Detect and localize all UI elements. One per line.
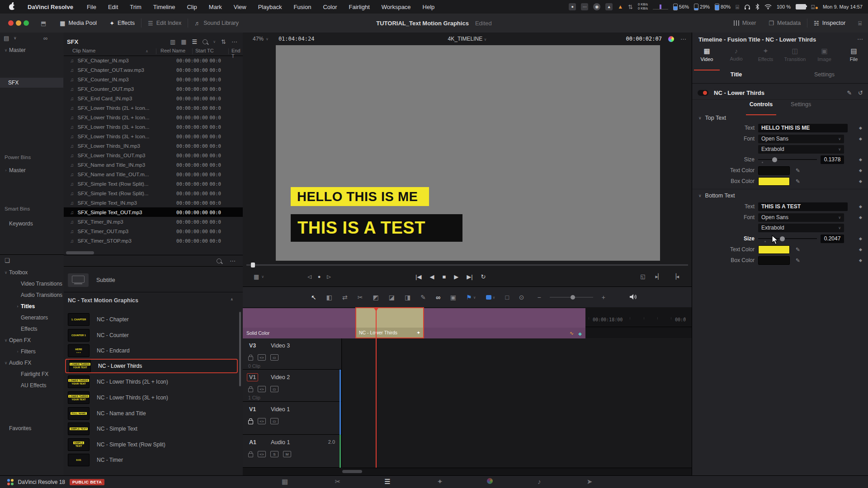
- inspector-more-icon[interactable]: ⋯: [857, 36, 863, 42]
- viewer-scrub-handle[interactable]: [251, 263, 255, 267]
- vlc-cone-icon[interactable]: ▲: [618, 4, 623, 10]
- next-marker-icon[interactable]: ▷: [327, 274, 330, 280]
- inspector-tab-image[interactable]: ▣Image: [810, 47, 839, 68]
- auto-select-icon[interactable]: <>: [258, 418, 266, 424]
- media-row[interactable]: ♫SFX_Name and Title_OUT.m...00:00:00:000…: [64, 169, 243, 179]
- timeline-audio-icon[interactable]: [629, 294, 637, 301]
- media-row[interactable]: ♫SFX_Chapter_IN.mp300:00:00:0000:0: [64, 56, 243, 65]
- top-font-select[interactable]: Open Sans∨: [758, 135, 844, 143]
- inspector-tab-transition[interactable]: ◫Transition: [780, 47, 810, 68]
- bin-item-keywords[interactable]: Keywords: [0, 219, 64, 229]
- pen-icon[interactable]: ✎: [420, 294, 426, 301]
- selection-tool-icon[interactable]: ↖: [311, 294, 316, 301]
- sort-icon[interactable]: ⇅: [221, 39, 226, 45]
- title-item-nc-simple-text[interactable]: SIMPLE TEXTNC - Simple Text: [65, 421, 241, 436]
- media-row[interactable]: ♫SFX_Lower Thirds_OUT.mp300:00:00:0000:0: [64, 150, 243, 160]
- snap-icon[interactable]: ⊙: [519, 294, 524, 301]
- battery-icon[interactable]: [796, 4, 806, 9]
- title-item-nc-lower-thirds[interactable]: LOWER THIRDSYOUR TEXTNC - Lower Thirds: [65, 359, 238, 373]
- titles-scrollbar[interactable]: [239, 312, 241, 386]
- bottom-text-section[interactable]: ∨ Bottom Text: [698, 192, 735, 199]
- reset-icon[interactable]: ↺: [858, 89, 863, 96]
- cpu-meter[interactable]: 29%: [694, 4, 710, 10]
- track-lane-audio-1[interactable]: [342, 435, 692, 468]
- track-destination-badge[interactable]: V1: [249, 406, 256, 413]
- top-size-slider[interactable]: [758, 159, 817, 160]
- dots-menu-icon[interactable]: ⋯: [581, 3, 588, 10]
- menu-timeline[interactable]: Timeline: [153, 4, 175, 10]
- media-row[interactable]: ♫SFX_Simple Text (Row Split)...00:00:00:…: [64, 179, 243, 188]
- network-meter[interactable]: 0 KB/s 0 KB/s: [638, 3, 648, 10]
- track-enable-icon[interactable]: ▭: [270, 418, 278, 424]
- effects-tree-open-fx[interactable]: ∨Open FX: [0, 335, 64, 345]
- search-chevron-icon[interactable]: ∨: [213, 40, 216, 44]
- clip-keyframe-icon[interactable]: ◆: [578, 331, 582, 336]
- razor-icon[interactable]: ✂: [358, 294, 363, 301]
- media-row[interactable]: ♫SFX_Counter_IN.mp300:00:00:0000:0: [64, 75, 243, 84]
- timeline-selector[interactable]: 4K_TIMELINE ∨: [243, 36, 692, 42]
- top-font-weight-select[interactable]: Extrabold∨: [758, 145, 844, 154]
- bottom-size-slider[interactable]: [758, 238, 817, 239]
- lock-track-icon[interactable]: [248, 388, 253, 392]
- keyframe-icon[interactable]: ◆: [859, 258, 862, 263]
- media-row[interactable]: ♫SFX_Timer_OUT.mp300:00:00:0000:0: [64, 226, 243, 236]
- go-to-last-icon[interactable]: ▶|: [467, 273, 472, 280]
- effects-panel-toggle-icon[interactable]: ❏: [5, 258, 10, 263]
- box-select-icon[interactable]: □: [505, 294, 509, 301]
- filmstrip-view-icon[interactable]: ▥: [170, 39, 175, 45]
- previous-marker-icon[interactable]: ◁: [307, 274, 311, 280]
- zoom-window-icon[interactable]: [24, 20, 29, 26]
- page-fairlight-icon[interactable]: ♪: [534, 478, 545, 485]
- metadata-button[interactable]: ❐ Metadata: [762, 14, 807, 33]
- keyframe-icon[interactable]: ◆: [859, 215, 862, 220]
- user-switch-icon[interactable]: ⌻: [811, 4, 818, 10]
- title-item-nc-lower-thirds-2l-icon[interactable]: LOWER THIRDSYOUR TEXTNC - Lower Thirds (…: [65, 374, 241, 389]
- bin-panel-toggle-icon[interactable]: ▤: [4, 35, 9, 41]
- keyframe-icon[interactable]: ◆: [859, 157, 862, 162]
- more-options-icon[interactable]: ⋯: [231, 39, 237, 45]
- track-destination-badge[interactable]: A1: [249, 439, 256, 446]
- media-row[interactable]: ♫SFX_Simple Text_OUT.mp300:00:00:0000:0: [64, 207, 243, 217]
- replace-clip-icon[interactable]: ◨: [405, 294, 410, 301]
- keyframe-icon[interactable]: ◆: [859, 126, 862, 130]
- flag-icon[interactable]: ⚑∨: [466, 294, 476, 301]
- insert-clip-icon[interactable]: ◩: [373, 294, 378, 301]
- menu-help[interactable]: Help: [423, 4, 435, 10]
- davinci-logo-icon[interactable]: [7, 479, 14, 485]
- page-media-icon[interactable]: ▦: [279, 478, 290, 486]
- go-to-first-icon[interactable]: |◀: [415, 273, 421, 280]
- bin-panel-chevron-icon[interactable]: ∨: [14, 36, 17, 40]
- bluetooth-icon[interactable]: [755, 4, 760, 10]
- col-start-tc[interactable]: Start TC: [195, 48, 214, 53]
- player-icon[interactable]: ▲: [605, 3, 613, 10]
- track-header-video-2[interactable]: V1Video 2<>▭1 Clip: [243, 370, 342, 402]
- bin-link-icon[interactable]: ∞: [43, 35, 47, 41]
- search-icon[interactable]: [203, 39, 208, 44]
- lock-track-icon[interactable]: [248, 357, 253, 361]
- menu-color[interactable]: Color: [323, 4, 337, 10]
- lock-track-icon[interactable]: [248, 420, 253, 424]
- lock-track-icon[interactable]: [248, 453, 253, 457]
- title-item-nc-timer[interactable]: 0:01NC - Timer: [65, 452, 241, 468]
- effects-tree-favorites[interactable]: Favorites: [0, 423, 64, 433]
- track-enable-icon[interactable]: ▭: [270, 386, 278, 392]
- media-row[interactable]: ♫SFX_Lower Thirds (2L + Icon...00:00:00:…: [64, 113, 243, 122]
- title-item-nc-chapter[interactable]: 1. CHAPTERNC - Chapter: [65, 312, 241, 327]
- col-reel-name[interactable]: Reel Name: [160, 48, 185, 53]
- headphones-icon[interactable]: [744, 4, 750, 10]
- edit-index-button[interactable]: ☰ Edit Index: [142, 14, 188, 33]
- zoom-in-icon[interactable]: +: [602, 294, 605, 301]
- track-destination-badge[interactable]: V3: [249, 343, 256, 349]
- inspector-tab-file[interactable]: ▤File: [839, 47, 868, 68]
- mute-icon[interactable]: M: [283, 451, 291, 457]
- eyedropper-icon[interactable]: ✐: [794, 179, 801, 183]
- minimize-window-icon[interactable]: [16, 20, 21, 26]
- keyframe-icon[interactable]: ◆: [859, 236, 862, 241]
- bottom-text-input[interactable]: THIS IS A TEST: [758, 202, 848, 211]
- wifi-icon[interactable]: [764, 4, 772, 9]
- inspector-tab-effects[interactable]: ✦Effects: [751, 47, 780, 68]
- tab-controls-settings[interactable]: Settings: [791, 101, 811, 113]
- tab-controls[interactable]: Controls: [750, 101, 773, 113]
- media-row[interactable]: ♫SFX_Lower Thirds (3L + Icon...00:00:00:…: [64, 131, 243, 141]
- solo-icon[interactable]: S: [270, 451, 278, 457]
